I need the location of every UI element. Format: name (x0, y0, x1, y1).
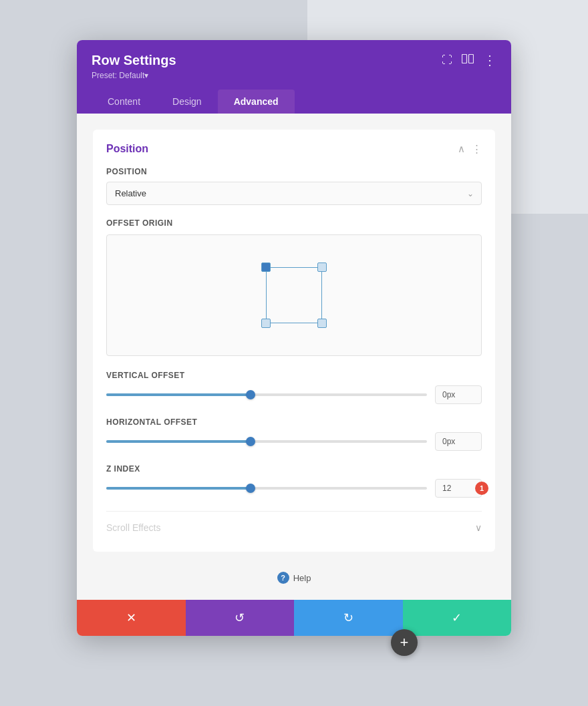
section-kebab-icon[interactable]: ⋮ (472, 143, 482, 155)
help-row[interactable]: ? Help (93, 562, 495, 589)
origin-dot-top-right[interactable] (317, 262, 327, 272)
z-index-label: Z Index (106, 464, 482, 474)
modal-title: Row Settings (92, 53, 176, 68)
vertical-offset-fill (106, 393, 251, 396)
modal-header: Row Settings ⛶ ⋮ Preset: Default▾ Conten (77, 40, 511, 114)
z-index-badge: 1 (475, 482, 488, 495)
horizontal-offset-input[interactable] (435, 432, 482, 451)
save-button[interactable]: ✓ (403, 600, 512, 636)
svg-rect-0 (462, 55, 467, 63)
horizontal-offset-slider-container (106, 432, 482, 451)
redo-icon: ↻ (343, 610, 353, 625)
z-index-track[interactable] (106, 487, 427, 490)
cancel-icon: ✕ (126, 610, 136, 625)
vertical-offset-slider-container (106, 385, 482, 404)
horizontal-offset-label: Horizontal Offset (106, 417, 482, 427)
modal-footer: ✕ ↺ ↻ ✓ (77, 600, 511, 636)
z-index-slider-container: 1 (106, 479, 482, 498)
tab-content[interactable]: Content (92, 90, 156, 114)
horizontal-offset-row: Horizontal Offset (106, 417, 482, 451)
z-index-input-wrapper: 1 (435, 479, 482, 498)
origin-dot-bottom-right[interactable] (317, 319, 327, 328)
origin-dot-top-left[interactable] (261, 262, 271, 272)
more-icon[interactable]: ⋮ (483, 52, 496, 68)
svg-rect-1 (469, 55, 474, 63)
horizontal-offset-fill (106, 440, 251, 443)
expand-icon[interactable]: ⛶ (442, 54, 452, 66)
section-header-icons: ∧ ⋮ (458, 143, 482, 155)
z-index-fill (106, 487, 251, 490)
modal-body: Position ∧ ⋮ Position Relative Absolute … (77, 114, 511, 600)
save-icon: ✓ (452, 610, 462, 625)
help-icon: ? (277, 572, 289, 584)
modal: Row Settings ⛶ ⋮ Preset: Default▾ Conten (77, 40, 511, 636)
redo-button[interactable]: ↻ (294, 600, 403, 636)
z-index-row: Z Index 1 (106, 464, 482, 498)
position-select[interactable]: Relative Absolute Fixed (106, 182, 482, 205)
origin-dot-bottom-left[interactable] (261, 319, 271, 328)
scroll-effects-row[interactable]: Scroll Effects ∨ (106, 512, 482, 536)
horizontal-offset-thumb[interactable] (246, 437, 255, 446)
vertical-offset-thumb[interactable] (246, 390, 255, 399)
collapse-icon[interactable]: ∧ (458, 143, 465, 155)
header-icons: ⛶ ⋮ (442, 52, 496, 68)
preset-label[interactable]: Preset: Default▾ (92, 71, 496, 80)
vertical-offset-input[interactable] (435, 385, 482, 404)
vertical-offset-row: Vertical Offset (106, 371, 482, 404)
section-header: Position ∧ ⋮ (106, 143, 482, 155)
plus-icon: + (400, 634, 409, 651)
scroll-effects-label: Scroll Effects (106, 522, 160, 533)
z-index-thumb[interactable] (246, 484, 255, 493)
chevron-down-icon: ∨ (475, 522, 482, 533)
vertical-offset-label: Vertical Offset (106, 371, 482, 380)
undo-button[interactable]: ↺ (186, 600, 295, 636)
vertical-offset-track[interactable] (106, 393, 427, 396)
position-section: Position ∧ ⋮ Position Relative Absolute … (93, 130, 495, 552)
tab-advanced[interactable]: Advanced (218, 90, 295, 114)
help-text: Help (293, 573, 311, 583)
cancel-button[interactable]: ✕ (77, 600, 186, 636)
offset-origin-box (106, 234, 482, 356)
position-field-label: Position (106, 167, 482, 176)
add-button[interactable]: + (391, 629, 418, 656)
tab-design[interactable]: Design (156, 90, 218, 114)
tabs: Content Design Advanced (92, 90, 496, 114)
offset-origin-label: Offset Origin (106, 218, 482, 228)
horizontal-offset-track[interactable] (106, 440, 427, 443)
section-title: Position (106, 143, 148, 155)
columns-icon[interactable] (462, 54, 474, 66)
modal-wrapper: Row Settings ⛶ ⋮ Preset: Default▾ Conten (77, 40, 511, 636)
header-top: Row Settings ⛶ ⋮ (92, 52, 496, 68)
undo-icon: ↺ (235, 610, 245, 625)
position-select-wrapper: Relative Absolute Fixed ⌄ (106, 182, 482, 205)
origin-rect (266, 267, 322, 323)
origin-grid (254, 255, 334, 335)
